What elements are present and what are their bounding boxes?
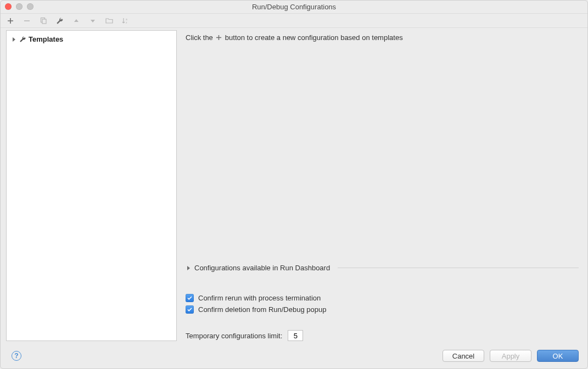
separator-line: [338, 268, 579, 268]
svg-rect-1: [42, 19, 46, 24]
sort-button: az: [121, 16, 130, 25]
config-detail-pane: Click the button to create a new configu…: [177, 28, 587, 343]
maximize-window-button[interactable]: [27, 3, 33, 10]
window-controls: [5, 3, 33, 10]
temp-limit-input[interactable]: [288, 330, 303, 341]
apply-button: Apply: [490, 350, 531, 362]
close-window-button[interactable]: [5, 3, 12, 10]
confirm-rerun-checkbox[interactable]: [186, 294, 194, 302]
folder-button: [105, 16, 114, 25]
edit-templates-button[interactable]: [55, 16, 64, 25]
window-title: Run/Debug Configurations: [252, 3, 336, 11]
svg-text:z: z: [126, 21, 127, 24]
titlebar: Run/Debug Configurations: [1, 1, 587, 14]
config-toolbar: az: [1, 14, 587, 28]
confirm-delete-row: Confirm deletion from Run/Debug popup: [186, 305, 579, 314]
section-spacer: [186, 272, 579, 291]
ok-button[interactable]: OK: [537, 350, 579, 362]
config-tree: Templates: [7, 31, 176, 48]
plus-icon: [215, 34, 223, 42]
add-config-button[interactable]: [6, 16, 15, 25]
confirm-delete-label: Confirm deletion from Run/Debug popup: [198, 305, 326, 314]
confirm-rerun-row: Confirm rerun with process termination: [186, 294, 579, 302]
remove-config-button: [23, 16, 31, 25]
help-button[interactable]: ?: [12, 351, 21, 361]
hint-text-prefix: Click the: [186, 33, 213, 42]
vertical-spacer: [186, 42, 579, 262]
dialog-footer: ? Cancel Apply OK: [1, 343, 587, 368]
templates-tree-node[interactable]: Templates: [9, 34, 174, 44]
move-down-button: [88, 16, 97, 25]
run-dashboard-section-label: Configurations available in Run Dashboar…: [194, 264, 330, 272]
run-dashboard-section-header[interactable]: Configurations available in Run Dashboar…: [186, 264, 579, 272]
hint-text-suffix: button to create a new configuration bas…: [225, 33, 403, 42]
templates-label: Templates: [29, 35, 63, 43]
config-tree-pane: Templates: [6, 30, 177, 341]
wrench-icon: [19, 36, 26, 43]
run-debug-config-window: Run/Debug Configurations az: [0, 0, 588, 369]
expand-arrow-icon: [11, 37, 16, 42]
confirm-rerun-label: Confirm rerun with process termination: [198, 294, 321, 302]
dialog-body: Templates Click the button to create a n…: [1, 28, 587, 343]
move-up-button: [72, 16, 81, 25]
confirm-delete-checkbox[interactable]: [186, 305, 194, 314]
expand-arrow-icon: [186, 265, 191, 271]
temp-limit-row: Temporary configurations limit:: [186, 330, 579, 341]
empty-state-hint: Click the button to create a new configu…: [186, 33, 579, 42]
copy-config-button: [39, 16, 48, 25]
minimize-window-button[interactable]: [16, 3, 23, 10]
cancel-button[interactable]: Cancel: [443, 350, 484, 362]
temp-limit-label: Temporary configurations limit:: [186, 332, 282, 340]
